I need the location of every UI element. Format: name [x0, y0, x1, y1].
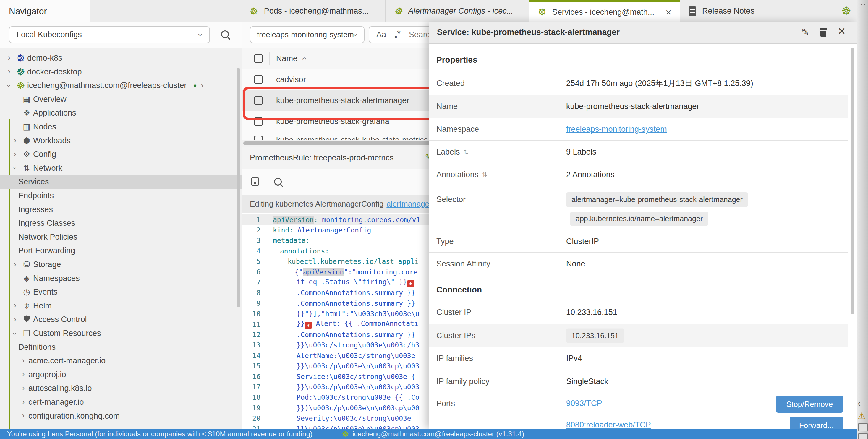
close-icon[interactable]: × — [838, 25, 845, 37]
line-number: 19 — [242, 404, 260, 412]
row-checkbox[interactable] — [254, 96, 263, 105]
sidebar-item-workloads[interactable]: ›⬢Workloads — [0, 134, 242, 148]
chevron-right-icon[interactable]: › — [18, 370, 28, 378]
sidebar-item-acme-cert-manager-io[interactable]: ›acme.cert-manager.io — [0, 354, 242, 368]
chevron-left-icon[interactable]: ‹ — [858, 398, 861, 408]
chevron-down-icon[interactable]: › — [11, 163, 19, 173]
code-text: }}\u003c/p\u003e\n\u003cp\u003 — [273, 425, 419, 429]
sidebar-item-docker-desktop[interactable]: ›☸docker-desktop — [0, 65, 242, 79]
line-number: 14 — [242, 352, 260, 360]
column-header-name[interactable]: Name › — [276, 54, 305, 63]
service-name: kube-prometheus-stack-alertmanager — [276, 96, 409, 105]
sidebar-item-network[interactable]: ›⇅Network — [0, 161, 242, 175]
chevron-right-icon[interactable]: › — [10, 315, 20, 323]
row-value: 10.233.16.151 — [566, 308, 617, 317]
code-token: }} — [297, 319, 305, 327]
sidebar-item-argoproj-io[interactable]: ›argoproj.io — [0, 368, 242, 382]
chevron-right-icon[interactable]: › — [10, 150, 20, 158]
chevron-right-icon[interactable]: › — [18, 398, 28, 406]
namespace-link[interactable]: freeleaps-monitoring-system — [566, 125, 667, 134]
expand-toggle-icon[interactable]: ⇅ — [482, 171, 488, 178]
code-token: annotations — [280, 247, 325, 255]
chevron-right-icon[interactable]: › — [10, 260, 20, 268]
sidebar-item-access-control[interactable]: ›Access Control — [0, 312, 242, 327]
sidebar-item-autoscaling-k8s-io[interactable]: ›autoscaling.k8s.io — [0, 381, 242, 395]
select-all-checkbox[interactable] — [254, 54, 263, 63]
chevron-right-icon[interactable]: › — [10, 301, 20, 309]
chevron-right-icon[interactable]: › — [18, 384, 28, 392]
port-link[interactable]: 8080:reloader-web/TCP — [566, 420, 651, 429]
forward-button[interactable]: Forward... — [789, 417, 843, 429]
sidebar-item-label: Helm — [33, 301, 52, 310]
sidebar-item-custom-resources[interactable]: ›❒Custom Resources — [0, 327, 242, 340]
tab-title: Services - icecheng@math... — [552, 8, 655, 17]
chevron-down-icon[interactable]: › — [11, 329, 19, 339]
trash-icon[interactable] — [819, 27, 827, 37]
regex-icon[interactable]: ▪* — [394, 28, 401, 41]
sidebar-item-overview[interactable]: ▦Overview — [0, 93, 242, 106]
sidebar-item-events[interactable]: ◷Events — [0, 285, 242, 299]
chevron-right-icon[interactable]: › — [10, 136, 20, 144]
sidebar-item-port-forwarding[interactable]: Port Forwarding — [0, 244, 242, 258]
kubernetes-icon: ☸ — [538, 7, 546, 17]
selector-chip: alertmanager=kube-prometheus-stack-alert… — [566, 192, 748, 207]
sidebar-item-label: Port Forwarding — [18, 246, 75, 255]
sidebar-item-applications[interactable]: ❖Applications — [0, 106, 242, 120]
sidebar-item-label: Events — [33, 288, 58, 297]
expand-toggle-icon[interactable]: ⇅ — [464, 148, 469, 156]
sidebar-item-storage[interactable]: ›⛁Storage — [0, 258, 242, 271]
kubernetes-icon[interactable]: ☸ — [841, 5, 851, 16]
search-icon[interactable] — [274, 178, 282, 185]
namespace-select-value: freeleaps-monitoring-system — [257, 30, 354, 39]
editing-resource-link[interactable]: alertmanager — [386, 199, 432, 209]
sidebar-item-helm[interactable]: ›⎈Helm — [0, 299, 242, 313]
sidebar-item-services[interactable]: Services — [0, 175, 242, 189]
sidebar-item-endpoints[interactable]: Endpoints — [0, 189, 242, 203]
tab-pods[interactable]: ☸ Pods - icecheng@mathmas... — [241, 0, 385, 22]
code-token: }}\u003c/strong\u003e\u003c/h3 — [297, 341, 419, 349]
sidebar-scrollbar-thumb[interactable] — [237, 68, 240, 307]
chevron-right-icon[interactable]: › — [201, 81, 204, 90]
sidebar-item-demo-k8s[interactable]: ›☸demo-k8s — [0, 51, 242, 65]
sidebar-item-definitions[interactable]: Definitions — [0, 340, 242, 354]
tab-services-active[interactable]: ☸ Services - icecheng@math... × — [529, 0, 680, 23]
chevron-right-icon[interactable]: › — [4, 67, 14, 75]
warning-icon[interactable]: ⚠ — [858, 411, 866, 421]
code-text: AlertName:\u003c/strong\u003e — [273, 352, 415, 360]
row-checkbox[interactable] — [254, 136, 263, 140]
edit-pencil-icon[interactable]: ✎ — [801, 28, 809, 37]
sidebar-item-ingresses[interactable]: Ingresses — [0, 203, 242, 216]
kubeconfig-select[interactable]: Local Kubeconfigs › — [9, 26, 210, 43]
code-token: .CommonAnnotations.summary }} — [297, 331, 415, 339]
code-token: Service:\u003c/strong\u003e { — [297, 373, 415, 380]
chevron-down-icon[interactable]: › — [5, 81, 13, 91]
line-number: 5 — [242, 258, 260, 265]
search-icon[interactable] — [221, 30, 229, 38]
sidebar-item-nodes[interactable]: ▥Nodes — [0, 120, 242, 134]
match-case-icon[interactable]: Aa — [376, 30, 386, 39]
chevron-right-icon[interactable]: › — [4, 54, 14, 62]
sidebar-item-cert-manager-io[interactable]: ›cert-manager.io — [0, 395, 242, 409]
close-tab-icon[interactable]: × — [665, 7, 672, 17]
section-title-connection: Connection — [436, 285, 482, 295]
sidebar-item-namespaces[interactable]: ◈Namespaces — [0, 271, 242, 285]
sidebar-item-config[interactable]: ›⚙Config — [0, 147, 242, 161]
sidebar-item-ingress-classes[interactable]: Ingress Classes — [0, 216, 242, 230]
sidebar-item-freeleaps-cluster[interactable]: ›☸icecheng@mathmast.com@freeleaps-cluste… — [0, 78, 242, 93]
sidebar-item-label: icecheng@mathmast.com@freeleaps-cluster — [27, 81, 187, 90]
tab-release-notes[interactable]: Release Notes — [680, 0, 808, 22]
sidebar-item-configuration-konghq-com[interactable]: ›configuration.konghq.com — [0, 409, 242, 423]
chevron-right-icon[interactable]: › — [18, 411, 28, 419]
tab-alertmanager-configs[interactable]: ☸ Alertmanager Configs - icec... — [385, 0, 529, 22]
stop-remove-button[interactable]: Stop/Remove — [776, 396, 843, 413]
row-checkbox[interactable] — [254, 75, 263, 84]
save-icon[interactable] — [251, 177, 259, 185]
chevron-right-icon[interactable]: › — [18, 357, 28, 364]
code-text: kind: AlertmanagerConfig — [273, 226, 371, 234]
namespace-select[interactable]: freeleaps-monitoring-system › — [250, 26, 365, 43]
sidebar-item-network-policies[interactable]: Network Policies — [0, 230, 242, 244]
port-link[interactable]: 9093/TCP — [566, 399, 602, 408]
drawer-scrollbar-thumb[interactable] — [850, 48, 855, 314]
row-checkbox[interactable] — [254, 117, 263, 126]
sidebar-item-label: Nodes — [33, 122, 56, 131]
